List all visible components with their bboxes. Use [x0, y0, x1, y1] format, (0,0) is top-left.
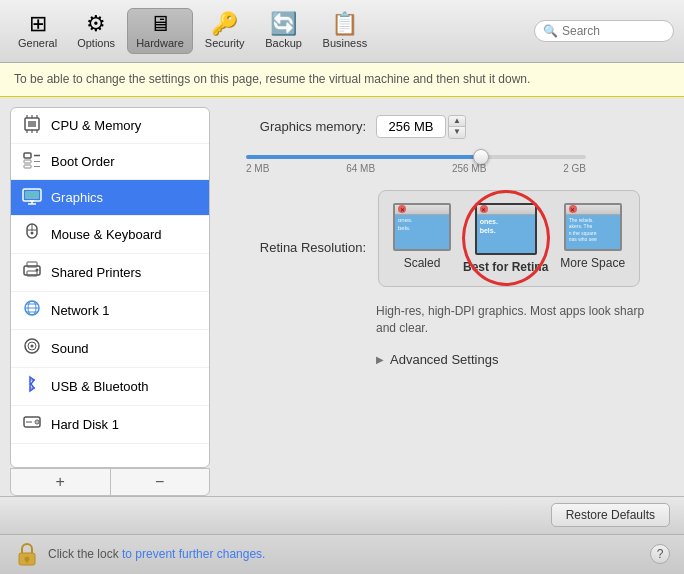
toolbar-business[interactable]: 📋 Business — [315, 9, 376, 53]
shared-printers-icon — [21, 261, 43, 284]
slider-label-64mb: 64 MB — [346, 163, 375, 174]
graphics-memory-slider[interactable] — [246, 155, 586, 159]
toolbar-business-label: Business — [323, 37, 368, 49]
warning-text: To be able to change the settings on thi… — [14, 72, 530, 86]
scaled-titlebar: ✕ — [395, 205, 449, 215]
hard-disk-1-icon — [21, 413, 43, 436]
sound-icon — [21, 337, 43, 360]
search-icon: 🔍 — [543, 24, 558, 38]
graphics-memory-value-box: ▲ ▼ — [376, 115, 466, 139]
memory-stepper: ▲ ▼ — [448, 115, 466, 139]
toolbar-options[interactable]: ⚙ Options — [69, 9, 123, 53]
more-space-screen-mockup: ✕ The rebels. akers. The n the square na… — [564, 203, 622, 251]
sidebar-item-sound[interactable]: Sound — [11, 330, 209, 368]
retina-description: High-res, high-DPI graphics. Most apps l… — [376, 303, 656, 337]
toolbar-general-label: General — [18, 37, 57, 49]
sidebar-item-cpu-memory[interactable]: CPU & Memory — [11, 108, 209, 144]
help-button[interactable]: ? — [650, 544, 670, 564]
restore-defaults-button[interactable]: Restore Defaults — [551, 503, 670, 527]
cpu-memory-icon — [21, 115, 43, 136]
slider-section: 2 MB 64 MB 256 MB 2 GB — [246, 155, 666, 174]
svg-point-39 — [36, 421, 37, 422]
slider-label-2mb: 2 MB — [246, 163, 269, 174]
network-1-icon — [21, 299, 43, 322]
memory-stepper-down[interactable]: ▼ — [449, 127, 465, 138]
mouse-keyboard-icon — [21, 223, 43, 246]
usb-bluetooth-icon — [21, 375, 43, 398]
boot-order-icon — [21, 151, 43, 172]
more-space-titlebar: ✕ — [566, 205, 620, 215]
sidebar-item-graphics-label: Graphics — [51, 190, 103, 205]
more-space-close-btn: ✕ — [569, 205, 577, 213]
svg-rect-8 — [24, 153, 31, 158]
options-icon: ⚙ — [86, 13, 106, 35]
svg-point-26 — [36, 268, 39, 271]
slider-label-256mb: 256 MB — [452, 163, 486, 174]
retina-option-best-retina[interactable]: ✕ ones. bels. Best for Retina — [463, 203, 548, 274]
scaled-content: ones. bels. — [395, 215, 449, 235]
lock-link[interactable]: to prevent further changes. — [122, 547, 265, 561]
toolbar-hardware[interactable]: 🖥 Hardware — [127, 8, 193, 54]
sidebar-item-shared-printers[interactable]: Shared Printers — [11, 254, 209, 292]
graphics-memory-input[interactable] — [376, 115, 446, 138]
sidebar-item-graphics[interactable]: Graphics — [11, 180, 209, 216]
more-space-content: The rebels. akers. The n the square nas … — [566, 215, 620, 245]
sidebar-footer: + − — [10, 468, 210, 496]
advanced-settings-row: ▶ Advanced Settings — [376, 352, 666, 367]
warning-banner: To be able to change the settings on thi… — [0, 63, 684, 97]
lock-footer: Click the lock to prevent further change… — [0, 534, 684, 574]
sidebar-item-boot-order-label: Boot Order — [51, 154, 115, 169]
sidebar-item-boot-order[interactable]: Boot Order — [11, 144, 209, 180]
advanced-triangle-icon: ▶ — [376, 354, 384, 365]
svg-rect-1 — [28, 121, 36, 127]
search-box: 🔍 — [534, 20, 674, 42]
remove-item-button[interactable]: − — [111, 469, 210, 495]
retina-more-space-label: More Space — [560, 256, 625, 270]
sidebar-item-usb-bluetooth-label: USB & Bluetooth — [51, 379, 149, 394]
retina-option-more-space[interactable]: ✕ The rebels. akers. The n the square na… — [560, 203, 625, 274]
hardware-icon: 🖥 — [149, 13, 171, 35]
svg-rect-15 — [25, 191, 39, 199]
bottom-bar: Restore Defaults — [0, 496, 684, 534]
memory-stepper-up[interactable]: ▲ — [449, 116, 465, 127]
toolbar: ⊞ General ⚙ Options 🖥 Hardware 🔑 Securit… — [0, 0, 684, 63]
sidebar-item-hard-disk-1[interactable]: Hard Disk 1 — [11, 406, 209, 444]
general-icon: ⊞ — [29, 13, 47, 35]
sidebar-list-container: CPU & Memory Boot Order — [10, 107, 210, 468]
retina-options: ✕ ones. bels. Scaled ✕ — [378, 190, 640, 287]
search-input[interactable] — [562, 24, 665, 38]
advanced-settings-link[interactable]: Advanced Settings — [390, 352, 498, 367]
retina-option-scaled[interactable]: ✕ ones. bels. Scaled — [393, 203, 451, 274]
sidebar-list: CPU & Memory Boot Order — [11, 108, 209, 467]
sidebar-item-cpu-memory-label: CPU & Memory — [51, 118, 141, 133]
scaled-screen-mockup: ✕ ones. bels. — [393, 203, 451, 251]
retina-best-retina-label: Best for Retina — [463, 260, 548, 274]
svg-rect-10 — [24, 165, 31, 168]
security-icon: 🔑 — [211, 13, 238, 35]
best-retina-screen-mockup: ✕ ones. bels. — [475, 203, 537, 255]
toolbar-backup-label: Backup — [265, 37, 302, 49]
graphics-memory-row: Graphics memory: ▲ ▼ — [236, 115, 666, 139]
toolbar-general[interactable]: ⊞ General — [10, 9, 65, 53]
business-icon: 📋 — [331, 13, 358, 35]
retina-label: Retina Resolution: — [236, 190, 366, 255]
sidebar: CPU & Memory Boot Order — [10, 107, 210, 496]
svg-point-22 — [31, 231, 34, 234]
add-item-button[interactable]: + — [11, 469, 111, 495]
main-content: CPU & Memory Boot Order — [0, 97, 684, 496]
graphics-memory-label: Graphics memory: — [236, 119, 366, 134]
sidebar-item-mouse-keyboard[interactable]: Mouse & Keyboard — [11, 216, 209, 254]
toolbar-security[interactable]: 🔑 Security — [197, 9, 253, 53]
toolbar-security-label: Security — [205, 37, 245, 49]
sidebar-item-mouse-keyboard-label: Mouse & Keyboard — [51, 227, 162, 242]
toolbar-hardware-label: Hardware — [136, 37, 184, 49]
sidebar-item-usb-bluetooth[interactable]: USB & Bluetooth — [11, 368, 209, 406]
svg-point-34 — [31, 344, 34, 347]
sidebar-item-hard-disk-1-label: Hard Disk 1 — [51, 417, 119, 432]
lock-icon[interactable] — [14, 541, 40, 567]
toolbar-backup[interactable]: 🔄 Backup — [257, 9, 311, 53]
sidebar-item-network-1[interactable]: Network 1 — [11, 292, 209, 330]
scaled-close-btn: ✕ — [398, 205, 406, 213]
settings-panel: Graphics memory: ▲ ▼ 2 MB 64 MB 256 MB 2… — [218, 97, 684, 496]
retina-scaled-label: Scaled — [404, 256, 441, 270]
